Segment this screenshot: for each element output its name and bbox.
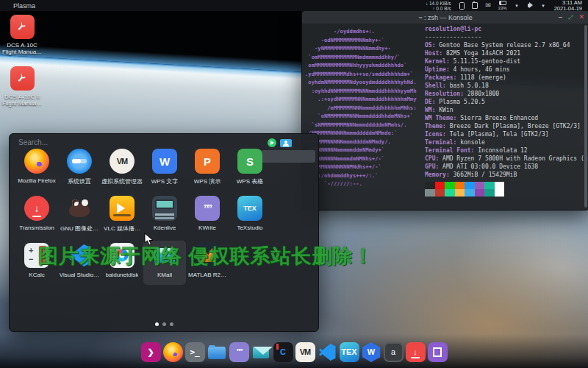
app-launcher-item[interactable]: P WPS 演示 <box>186 146 229 191</box>
app-launcher-item[interactable]: VLC 媒体播… <box>101 194 143 238</box>
app-launcher-item[interactable]: GNU 图像处… <box>58 194 101 238</box>
app-launcher-item[interactable]: S WPS 表格 <box>229 146 271 191</box>
dock-item[interactable]: ↓ <box>406 342 426 362</box>
app-label: KWrite <box>198 224 216 231</box>
dock-item[interactable]: ”” <box>229 342 249 362</box>
neofetch-line: WM Theme: Sierra Breeze Enhanced <box>425 114 588 122</box>
tray-icon[interactable]: 33% <box>498 1 507 10</box>
terminal-scrollbar[interactable] <box>584 25 587 208</box>
app-icon-glyph: ”” <box>204 203 211 213</box>
dock-item[interactable]: TEX <box>340 342 359 362</box>
app-icon <box>24 149 49 174</box>
dock-app-icon <box>251 342 271 362</box>
mouse-cursor <box>144 233 154 246</box>
acrobat-glyph <box>15 20 29 35</box>
app-icon-glyph: ↓ <box>35 203 40 213</box>
dock-item[interactable]: C <box>273 342 293 362</box>
desktop-icon-label: DCS A-10C IIFlight Manua… <box>2 93 42 107</box>
user-avatar-icon[interactable] <box>280 139 292 147</box>
dock-icon-glyph: ↓ <box>413 348 417 356</box>
tray-icon[interactable]: ▾ <box>540 2 547 9</box>
dock-item[interactable] <box>163 342 183 362</box>
app-launcher-item[interactable]: Kdenlive <box>143 194 186 238</box>
konsole-titlebar[interactable]: ~ : zsh — Konsole – ⤢ ✕ <box>302 11 588 24</box>
app-icon <box>152 196 177 221</box>
dock-item[interactable]: >_ <box>185 342 205 362</box>
dock-icon-glyph: ”” <box>237 348 242 356</box>
dock-icon-glyph: W <box>368 348 375 356</box>
app-icon: TEX <box>237 196 262 221</box>
tray-icon[interactable] <box>527 4 534 7</box>
dock-item[interactable]: VM <box>295 342 315 362</box>
dock-icon-glyph: TEX <box>341 348 356 356</box>
desktop-icon-pdf[interactable]: DCS A-10CFlight Manua… <box>0 15 48 55</box>
app-label: Visual Studio… <box>60 272 100 278</box>
color-swatch <box>435 182 445 189</box>
neofetch-separator: ---------------- <box>425 33 588 41</box>
color-swatch <box>425 182 435 189</box>
maximize-button[interactable]: ⤢ <box>568 14 573 21</box>
tray-icon[interactable]: ▾ <box>514 2 520 9</box>
tray-icon[interactable]: ✉ <box>485 2 492 9</box>
dock-app-icon <box>428 342 448 362</box>
app-launcher-item[interactable]: TEX TeXstudio <box>229 194 271 238</box>
page-dot[interactable] <box>162 322 166 326</box>
dock-item[interactable] <box>318 342 337 362</box>
net-down: ↓ 14.0 KiB/s <box>426 1 451 6</box>
color-swatch <box>495 189 505 197</box>
page-dot[interactable] <box>170 322 173 326</box>
pdf-file-icon <box>10 15 35 39</box>
app-launcher-item[interactable]: ”” KWrite <box>186 194 229 238</box>
neofetch-line: DE: Plasma 5.20.5 <box>425 98 588 106</box>
dock-item[interactable]: a <box>384 342 404 362</box>
app-launcher-item[interactable]: Mozilla Firefox <box>15 146 58 191</box>
desktop-icon-label: DCS A-10CFlight Manua… <box>2 42 42 55</box>
app-label: Mozilla Firefox <box>18 177 56 184</box>
tray-icon-glyph: ▾ <box>542 2 545 9</box>
dock-app-icon <box>318 342 337 362</box>
app-icon: ↓ <box>24 196 49 221</box>
neofetch-line: Kernel: 5.11.15-gentoo-dist <box>425 57 588 66</box>
network-speed[interactable]: ↓ 14.0 KiB/s ↑ 0.0 B/s <box>426 1 451 11</box>
color-swatch <box>475 182 485 189</box>
minimize-button[interactable]: – <box>559 14 562 21</box>
dock-icon-glyph: C <box>280 348 286 356</box>
konsole-window: ~ : zsh — Konsole – ⤢ ✕ -/oyddmdhs+:. -o… <box>301 10 588 210</box>
system-tray: ✉ 33% ▾ ▾ <box>459 1 547 10</box>
dock-item[interactable]: ❯ <box>141 342 161 362</box>
app-icon: ”” <box>195 196 220 221</box>
tray-icon-shape <box>528 4 530 7</box>
palette-row-bright <box>425 189 504 197</box>
dock-app-icon: VM <box>295 342 315 362</box>
neofetch-line: Host: 82MS Yoga 14sACH 2021 <box>425 49 588 57</box>
neofetch-line: OS: Gentoo Base System release 2.7 x86_6… <box>425 41 588 49</box>
dock-item[interactable] <box>207 342 227 362</box>
app-icon: S <box>237 149 262 174</box>
clock[interactable]: 3:11 AM 2021-04-19 <box>554 0 582 11</box>
app-launcher-item[interactable]: 系统设置 <box>58 146 101 191</box>
app-launcher-item[interactable]: ↓ Transmission <box>15 194 58 238</box>
app-launcher-item[interactable]: VM 虚拟系统管理器 <box>101 146 143 191</box>
tray-icon[interactable] <box>472 2 478 9</box>
dock-item[interactable] <box>251 342 271 362</box>
app-icon: W <box>152 149 177 174</box>
app-launcher-item[interactable]: W WPS 文字 <box>143 146 186 191</box>
desktop-icon-pdf[interactable]: DCS A-10C IIFlight Manua… <box>0 66 48 107</box>
color-swatch <box>495 182 505 189</box>
app-icon-glyph: P <box>204 156 211 167</box>
app-icon: VM <box>110 149 135 174</box>
app-launcher-window: Mozilla Firefox 系统设置 VM 虚拟系统管理器 W WPS 文字… <box>9 133 319 332</box>
page-dot[interactable] <box>155 322 159 326</box>
top-panel: Plasma ↓ 14.0 KiB/s ↑ 0.0 B/s ✉ <box>0 0 588 11</box>
app-icon <box>110 196 135 221</box>
tray-icon[interactable] <box>459 2 465 10</box>
dock-app-icon <box>207 342 227 362</box>
dock-item[interactable] <box>428 342 448 362</box>
app-label: WPS 演示 <box>194 177 220 185</box>
close-button[interactable]: ✕ <box>578 14 584 21</box>
watermark-text: 图片来源于网络 侵权联系站长删除！ <box>38 243 374 269</box>
color-swatch <box>455 189 465 197</box>
app-icon-glyph: VM <box>117 158 128 166</box>
dock-item[interactable]: W <box>362 342 381 362</box>
tray-icon-glyph: ▾ <box>515 2 518 9</box>
